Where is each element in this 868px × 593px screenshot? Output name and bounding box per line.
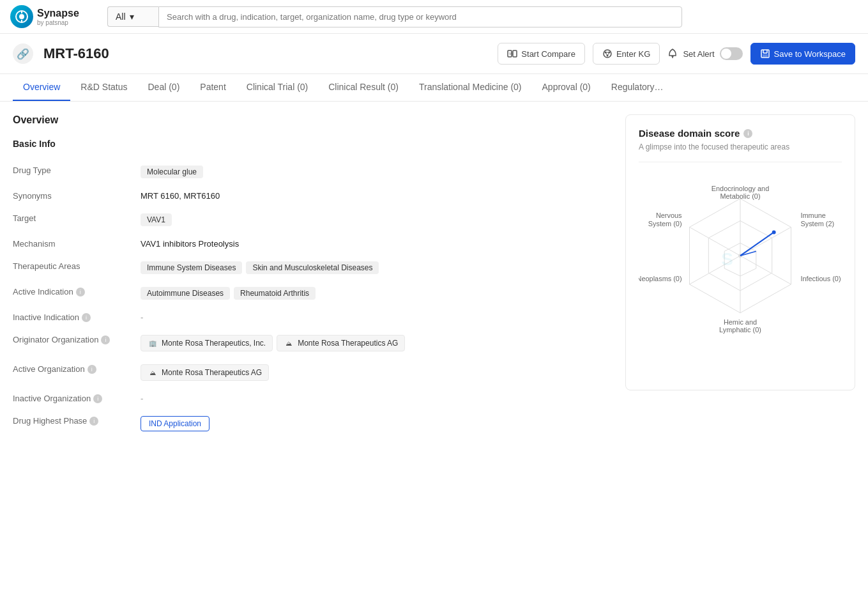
logo-sub: by patsnap <box>37 19 79 26</box>
tab-approval[interactable]: Approval (0) <box>532 74 601 101</box>
save-to-workspace-button[interactable]: Save to Workspace <box>750 43 855 65</box>
chevron-down-icon: ▾ <box>130 12 134 22</box>
svg-rect-5 <box>513 50 517 57</box>
start-compare-button[interactable]: V5 Start Compare <box>498 43 585 65</box>
svg-text:Hemic and: Hemic and <box>724 318 757 326</box>
logo-text: Synapse by patsnap <box>37 8 79 26</box>
compare-label: Start Compare <box>521 49 575 59</box>
highest-phase-value: IND Application <box>141 416 610 431</box>
tab-clinical-trial[interactable]: Clinical Trial (0) <box>236 74 318 101</box>
kg-icon <box>602 49 613 59</box>
svg-line-26 <box>740 227 791 256</box>
active-org-row: Active Organization i ⛰ Monte Rosa Thera… <box>13 358 610 387</box>
radar-chart-area: Endocrinology and Metabolic (0) Immune S… <box>639 173 842 377</box>
svg-text:Infectious (0): Infectious (0) <box>800 275 841 282</box>
logo-name: Synapse <box>37 8 79 19</box>
svg-point-1 <box>19 14 24 19</box>
radar-chart-svg: Endocrinology and Metabolic (0) Immune S… <box>639 179 842 371</box>
drug-title: MRT-6160 <box>43 45 487 62</box>
disease-domain-subtitle: A glimpse into the focused therapeutic a… <box>639 142 842 162</box>
active-indication-info-icon[interactable]: i <box>76 288 85 296</box>
svg-text:Nervous: Nervous <box>656 212 682 219</box>
highest-phase-row: Drug Highest Phase i IND Application <box>13 410 610 438</box>
tab-deal[interactable]: Deal (0) <box>138 74 190 101</box>
disease-domain-card: Disease domain score i A glimpse into th… <box>625 114 855 390</box>
ind-application-badge[interactable]: IND Application <box>141 416 209 431</box>
svg-text:System (2): System (2) <box>800 220 834 227</box>
drug-icon: 🔗 <box>13 43 33 64</box>
active-indication-value: Autoimmune Diseases Rheumatoid Arthritis <box>141 287 610 300</box>
tab-overview[interactable]: Overview <box>13 74 70 101</box>
inactive-indication-label: Inactive Indication i <box>13 312 141 322</box>
search-input[interactable] <box>158 6 682 27</box>
highest-phase-info-icon[interactable]: i <box>89 417 98 426</box>
topbar: Synapse by patsnap All ▾ <box>0 0 868 34</box>
highest-phase-label: Drug Highest Phase i <box>13 416 141 426</box>
search-type-select[interactable]: All ▾ <box>107 6 158 27</box>
target-label: Target <box>13 213 141 223</box>
main-content: Overview Basic Info Drug Type Molecular … <box>0 102 868 451</box>
target-value: VAV1 <box>141 213 610 226</box>
svg-text:System (0): System (0) <box>648 220 682 227</box>
org-building-icon: 🏢 <box>148 338 158 348</box>
inactive-org-info-icon[interactable]: i <box>93 394 102 403</box>
set-alert-label: Set Alert <box>683 49 714 59</box>
disease-domain-info-icon[interactable]: i <box>743 129 752 138</box>
tab-patent[interactable]: Patent <box>190 74 236 101</box>
svg-text:V5: V5 <box>509 52 513 56</box>
svg-rect-14 <box>672 56 674 57</box>
drug-type-value: Molecular glue <box>141 166 610 178</box>
org-mountain-icon-2: ⛰ <box>148 367 158 378</box>
drug-header: 🔗 MRT-6160 V5 Start Compare Enter KG <box>0 34 868 74</box>
mechanism-label: Mechanism <box>13 239 141 249</box>
tab-clinical-result[interactable]: Clinical Result (0) <box>318 74 409 101</box>
svg-point-15 <box>672 57 673 58</box>
synonyms-value: MRT 6160, MRT6160 <box>141 191 610 201</box>
svg-line-12 <box>605 52 607 56</box>
inactive-org-label: Inactive Organization i <box>13 394 141 403</box>
logo-area: Synapse by patsnap <box>10 5 100 28</box>
svg-line-13 <box>607 52 609 56</box>
svg-point-33 <box>772 230 776 234</box>
svg-text:Immune: Immune <box>800 212 825 219</box>
enter-kg-button[interactable]: Enter KG <box>593 43 660 65</box>
right-panel: Disease domain score i A glimpse into th… <box>625 114 855 438</box>
set-alert-toggle[interactable] <box>720 47 743 60</box>
compare-icon: V5 <box>507 49 517 59</box>
active-indication-label: Active Indication i <box>13 287 141 296</box>
org-mountain-icon: ⛰ <box>284 338 294 348</box>
enter-kg-label: Enter KG <box>616 49 650 59</box>
originator-org-2-chip[interactable]: ⛰ Monte Rosa Therapeutics AG <box>277 335 405 351</box>
left-panel: Overview Basic Info Drug Type Molecular … <box>13 114 610 438</box>
originator-org-1-chip[interactable]: 🏢 Monte Rosa Therapeutics, Inc. <box>141 335 273 351</box>
active-indication-2-tag: Rheumatoid Arthritis <box>234 287 316 300</box>
active-org-info-icon[interactable]: i <box>88 365 96 374</box>
originator-org-value: 🏢 Monte Rosa Therapeutics, Inc. ⛰ Monte … <box>141 335 610 351</box>
tab-regulatory[interactable]: Regulatory… <box>601 74 674 101</box>
target-tag[interactable]: VAV1 <box>141 213 172 226</box>
nav-tabs: Overview R&D Status Deal (0) Patent Clin… <box>0 74 868 102</box>
logo-icon <box>10 5 33 28</box>
therapeutic-area-2-tag: Skin and Musculoskeletal Diseases <box>246 261 379 274</box>
save-icon <box>760 49 770 59</box>
tab-rd-status[interactable]: R&D Status <box>70 74 137 101</box>
active-org-value: ⛰ Monte Rosa Therapeutics AG <box>141 364 610 381</box>
inactive-indication-info-icon[interactable]: i <box>82 313 91 322</box>
target-row: Target VAV1 <box>13 207 610 233</box>
basic-info-title: Basic Info <box>13 139 610 149</box>
mechanism-row: Mechanism VAV1 inhibitors Proteolysis <box>13 233 610 255</box>
active-org-label: Active Organization i <box>13 364 141 374</box>
svg-text:Neoplasms (0): Neoplasms (0) <box>639 275 682 282</box>
therapeutic-areas-value: Immune System Diseases Skin and Musculos… <box>141 261 610 274</box>
drug-type-label: Drug Type <box>13 166 141 175</box>
svg-line-27 <box>740 256 791 284</box>
originator-org-row: Originator Organization i 🏢 Monte Rosa T… <box>13 328 610 358</box>
svg-text:S: S <box>721 249 733 269</box>
active-indication-row: Active Indication i Autoimmune Diseases … <box>13 281 610 306</box>
tab-translational[interactable]: Translational Medicine (0) <box>409 74 532 101</box>
svg-text:Endocrinology and: Endocrinology and <box>712 185 769 192</box>
synonyms-label: Synonyms <box>13 191 141 201</box>
disease-domain-title: Disease domain score i <box>639 128 842 139</box>
originator-org-info-icon[interactable]: i <box>101 335 110 344</box>
active-org-1-chip[interactable]: ⛰ Monte Rosa Therapeutics AG <box>141 364 269 381</box>
